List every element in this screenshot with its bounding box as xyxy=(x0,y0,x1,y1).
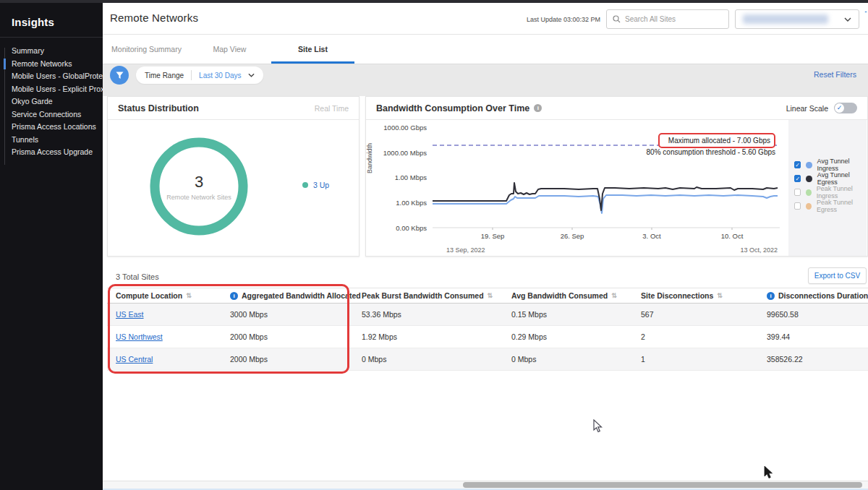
table-body: US East3000 Mbps53.36 Mbps0.15 Mbps56799… xyxy=(107,304,868,371)
legend-color-dot xyxy=(806,203,812,210)
cell-disconnections-duration: 358526.22 xyxy=(767,355,868,364)
tab-bar: Monitoring SummaryMap ViewSite List xyxy=(103,35,868,64)
sidebar-title: Insights xyxy=(0,3,103,37)
cell-disconnections-duration: 399.44 xyxy=(767,332,868,341)
chevron-down-icon xyxy=(248,73,255,77)
x-tick: 3. Oct xyxy=(630,232,673,240)
column-header-avg-bandwidth-consumed[interactable]: Avg Bandwidth Consumed⇅ xyxy=(511,291,641,300)
reset-filters-link[interactable]: Reset Filters xyxy=(814,70,868,79)
status-card-title: Status Distribution xyxy=(118,103,199,113)
sort-icon[interactable]: ⇅ xyxy=(186,292,192,299)
cell-disconnections-duration: 99650.58 xyxy=(767,310,868,319)
legend-checkbox-avg-tunnel-egress[interactable]: ✓ xyxy=(794,175,801,182)
cell-peak-burst-bandwidth-consumed: 53.36 Mbps xyxy=(362,310,511,319)
table-row-us-northwest: US Northwest2000 Mbps1.92 Mbps0.29 Mbps2… xyxy=(107,326,868,348)
max-allocated-annotation: Maximum allocated - 7.00 Gbps xyxy=(658,133,775,148)
filter-button[interactable] xyxy=(110,66,129,85)
sidebar-item-prisma-access-upgrade[interactable]: Prisma Access Upgrade xyxy=(0,146,103,159)
info-icon[interactable]: i xyxy=(767,292,775,300)
time-range-value[interactable]: Last 30 Days xyxy=(199,72,241,79)
cell-site-disconnections: 567 xyxy=(641,310,767,319)
sidebar: Insights SummaryRemote NetworksMobile Us… xyxy=(0,3,103,490)
horizontal-scrollbar-thumb[interactable] xyxy=(463,482,862,488)
legend-checkbox-peak-tunnel-egress[interactable] xyxy=(794,202,801,210)
sidebar-item-mobile-users-globalprotect[interactable]: Mobile Users - GlobalProtect xyxy=(0,70,103,83)
time-range-filter[interactable]: Time Range Last 30 Days xyxy=(136,66,263,84)
site-count-label: Remote Network Sites xyxy=(166,194,231,201)
column-label: Disconnections Duration xyxy=(778,291,868,300)
legend-label: Avg Tunnel Egress xyxy=(817,171,868,186)
legend-item-peak-tunnel-egress: Peak Tunnel Egress xyxy=(794,199,868,213)
cell-compute-location: US East xyxy=(116,310,230,319)
legend-checkbox-peak-tunnel-ingress[interactable] xyxy=(794,189,801,196)
column-header-disconnections-duration[interactable]: iDisconnections Duration xyxy=(767,291,868,300)
site-link-us-central[interactable]: US Central xyxy=(116,355,153,364)
series-line-avg-tunnel-ingress xyxy=(433,195,778,213)
refresh-icon[interactable] xyxy=(863,12,868,23)
bandwidth-card-title-text: Bandwidth Consumption Over Time xyxy=(376,103,529,113)
x-tick: 19. Sep xyxy=(471,232,514,240)
search-input[interactable]: Search All Sites xyxy=(606,9,729,29)
info-icon[interactable]: i xyxy=(230,292,238,300)
y-axis-title: Bandwidth xyxy=(366,143,373,173)
chart-start-date: 13 Sep, 2022 xyxy=(446,246,485,254)
column-header-site-disconnections[interactable]: Site Disconnections⇅ xyxy=(641,291,767,300)
chart-end-date: 13 Oct, 2022 xyxy=(712,246,778,254)
site-link-us-northwest[interactable]: US Northwest xyxy=(116,332,163,341)
tab-map-view[interactable]: Map View xyxy=(188,35,271,64)
sidebar-item-prisma-access-locations[interactable]: Prisma Access Locations xyxy=(0,121,103,134)
sites-table: Compute Location⇅iAggregated Bandwidth A… xyxy=(107,288,868,371)
status-up-dot xyxy=(302,182,308,188)
column-header-compute-location[interactable]: Compute Location⇅ xyxy=(116,291,230,300)
export-csv-button[interactable]: Export to CSV xyxy=(808,267,867,284)
sidebar-divider xyxy=(0,37,103,38)
threshold-annotation-text: 80% consumption threshold - 5.60 Gbps xyxy=(595,148,775,156)
legend-color-dot xyxy=(806,189,812,196)
sidebar-item-summary[interactable]: Summary xyxy=(0,45,103,58)
max-allocated-text: Maximum allocated - 7.00 Gbps xyxy=(668,137,770,145)
chevron-down-icon xyxy=(844,17,851,22)
column-label: Compute Location xyxy=(116,291,182,300)
column-label: Site Disconnections xyxy=(641,291,713,300)
pill-separator xyxy=(191,70,192,80)
legend-item-avg-tunnel-ingress: ✓Avg Tunnel Ingress xyxy=(794,158,868,172)
linear-scale-toggle[interactable]: ✓ xyxy=(834,103,857,113)
tab-monitoring-summary[interactable]: Monitoring Summary xyxy=(105,35,188,64)
cell-aggregated-bandwidth-allocated: 2000 Mbps xyxy=(230,332,362,341)
site-link-us-east[interactable]: US East xyxy=(116,310,144,319)
status-legend-item[interactable]: 3 Up xyxy=(302,181,329,189)
legend-label: Avg Tunnel Ingress xyxy=(817,158,868,172)
sidebar-item-service-connections[interactable]: Service Connections xyxy=(0,108,103,121)
sort-icon[interactable]: ⇅ xyxy=(611,292,617,299)
account-dropdown[interactable] xyxy=(735,9,859,29)
y-tick: 1.00 Kbps xyxy=(366,199,427,207)
series-lines xyxy=(433,183,778,213)
y-tick: 1000.00 Mbps xyxy=(366,149,427,157)
y-tick: 1.00 Mbps xyxy=(366,173,427,181)
last-update-timestamp: Last Update 03:00:32 PM xyxy=(506,16,600,23)
table-row-us-east: US East3000 Mbps53.36 Mbps0.15 Mbps56799… xyxy=(107,304,868,326)
bandwidth-card-header: Bandwidth Consumption Over Time i Linear… xyxy=(366,97,867,120)
info-icon[interactable]: i xyxy=(534,104,542,112)
funnel-icon xyxy=(116,72,124,79)
sort-icon[interactable]: ⇅ xyxy=(488,292,493,299)
sort-icon[interactable]: ⇅ xyxy=(717,292,723,299)
legend-checkbox-avg-tunnel-ingress[interactable]: ✓ xyxy=(794,161,801,168)
column-header-peak-burst-bandwidth-consumed[interactable]: Peak Burst Bandwidth Consumed⇅ xyxy=(362,291,511,300)
legend-item-avg-tunnel-egress: ✓Avg Tunnel Egress xyxy=(794,171,868,186)
sidebar-nav: SummaryRemote NetworksMobile Users - Glo… xyxy=(0,45,103,159)
sidebar-item-okyo-garde[interactable]: Okyo Garde xyxy=(0,95,103,108)
sidebar-item-mobile-users-explicit-proxy[interactable]: Mobile Users - Explicit Proxy xyxy=(0,83,103,96)
table-row-us-central: US Central2000 Mbps0 Mbps0 Mbps1358526.2… xyxy=(107,348,868,371)
sidebar-item-tunnels[interactable]: Tunnels xyxy=(0,134,103,147)
site-count: 3 xyxy=(195,173,203,192)
linear-scale-label: Linear Scale xyxy=(786,104,828,113)
page-title: Remote Networks xyxy=(110,12,198,24)
tab-site-list[interactable]: Site List xyxy=(271,35,354,64)
x-tick: 26. Sep xyxy=(550,232,594,240)
toggle-knob: ✓ xyxy=(835,103,844,113)
table-header-row: Compute Location⇅iAggregated Bandwidth A… xyxy=(107,288,868,304)
cell-peak-burst-bandwidth-consumed: 1.92 Mbps xyxy=(362,332,511,341)
sidebar-item-remote-networks[interactable]: Remote Networks xyxy=(0,58,103,71)
column-header-aggregated-bandwidth-allocated[interactable]: iAggregated Bandwidth Allocated xyxy=(230,291,362,300)
